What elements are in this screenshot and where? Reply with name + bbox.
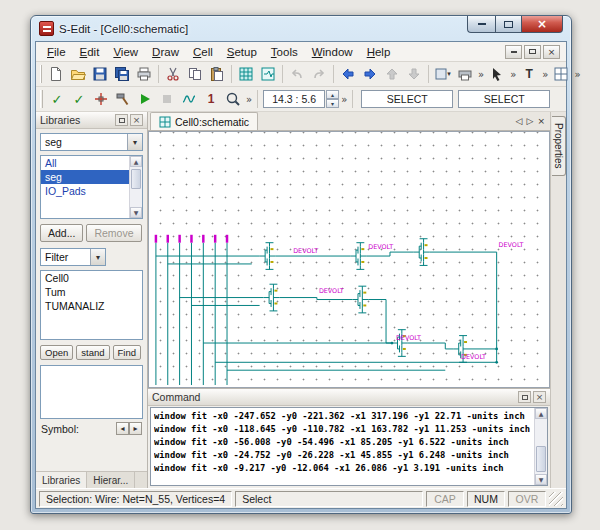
console-scrollbar[interactable]: ▲ ▼ xyxy=(534,408,547,485)
select-mode-right[interactable]: SELECT xyxy=(458,90,550,108)
symbol-browser-button[interactable] xyxy=(257,64,279,85)
copy-button[interactable] xyxy=(184,64,206,85)
menu-setup[interactable]: Setup xyxy=(220,44,264,60)
scrollbar-track[interactable] xyxy=(535,419,547,474)
probe-tool-button[interactable] xyxy=(90,89,112,110)
cell-list[interactable]: Cell0 Tum TUMANALIZ xyxy=(40,270,143,340)
overflow-chevron-icon[interactable]: » xyxy=(572,69,582,80)
command-panel-header[interactable]: Command × xyxy=(148,389,550,406)
menu-view[interactable]: View xyxy=(106,44,145,60)
title-bar[interactable]: S-Edit - [Cell0:schematic] × xyxy=(31,16,571,41)
setup-tools-button[interactable] xyxy=(112,89,134,110)
list-item-selected[interactable]: seg xyxy=(41,170,129,184)
close-panel-button[interactable]: × xyxy=(130,114,143,126)
list-item[interactable]: Cell0 xyxy=(41,271,142,285)
list-item[interactable]: Tum xyxy=(41,285,142,299)
open-cell-button[interactable]: Open xyxy=(40,345,73,360)
libraries-panel-header[interactable]: Libraries × xyxy=(36,112,147,129)
chevron-down-icon[interactable]: ▾ xyxy=(90,249,105,265)
library-combobox[interactable]: seg ▾ xyxy=(40,133,143,151)
scrollbar-thumb[interactable] xyxy=(536,446,546,472)
toolbar-grip[interactable] xyxy=(40,65,42,83)
mdi-minimize-button[interactable] xyxy=(505,45,522,59)
back-button[interactable] xyxy=(337,64,359,85)
float-panel-button[interactable] xyxy=(115,114,128,126)
overflow-chevron-icon[interactable]: » xyxy=(339,94,349,105)
mdi-restore-button[interactable] xyxy=(524,45,541,59)
scrollbar-track[interactable] xyxy=(130,167,142,207)
up-hierarchy-button[interactable] xyxy=(381,64,403,85)
tab-properties[interactable]: Properties xyxy=(552,116,566,176)
select-mode-left[interactable]: SELECT xyxy=(361,90,453,108)
list-item[interactable]: IO_Pads xyxy=(41,184,129,198)
save-button[interactable] xyxy=(89,64,111,85)
menu-tools[interactable]: Tools xyxy=(264,44,305,60)
menu-window[interactable]: Window xyxy=(305,44,360,60)
resize-grip[interactable] xyxy=(549,492,563,506)
tab-cell0-schematic[interactable]: Cell0:schematic xyxy=(150,112,258,130)
overflow-chevron-icon[interactable]: » xyxy=(244,94,254,105)
find-cell-button[interactable]: Find xyxy=(113,345,141,360)
forward-button[interactable] xyxy=(359,64,381,85)
spin-down-icon[interactable]: ▾ xyxy=(326,99,339,108)
check-design-button[interactable]: ✓ xyxy=(46,89,68,110)
close-button[interactable]: × xyxy=(522,16,563,33)
minimize-button[interactable] xyxy=(467,16,495,33)
tab-hierarchy[interactable]: Hierar... xyxy=(87,472,135,488)
tab-libraries[interactable]: Libraries xyxy=(36,472,87,488)
library-list[interactable]: All seg IO_Pads ▲ ▼ xyxy=(40,155,143,219)
down-hierarchy-button[interactable] xyxy=(403,64,425,85)
new-button[interactable] xyxy=(45,64,67,85)
scrollbar-thumb[interactable] xyxy=(131,169,141,189)
print-preview-button[interactable] xyxy=(454,64,476,85)
spin-up-icon[interactable]: ▴ xyxy=(326,90,339,99)
scroll-down-icon[interactable]: ▼ xyxy=(130,207,142,218)
redo-button[interactable] xyxy=(308,64,330,85)
close-document-icon[interactable]: × xyxy=(537,116,545,126)
zoom-tool-button[interactable] xyxy=(222,89,244,110)
mdi-close-button[interactable]: × xyxy=(543,45,560,59)
instance-button[interactable] xyxy=(235,64,257,85)
scroll-up-icon[interactable]: ▲ xyxy=(535,408,547,419)
overflow-chevron-icon[interactable]: » xyxy=(540,69,550,80)
prev-document-icon[interactable]: ◁ xyxy=(516,116,523,126)
list-item[interactable]: All xyxy=(41,156,129,170)
undo-button[interactable] xyxy=(286,64,308,85)
menu-draw[interactable]: Draw xyxy=(145,44,186,60)
instance-cell-button[interactable]: stand xyxy=(76,345,109,360)
waveform-button[interactable] xyxy=(178,89,200,110)
close-panel-button[interactable]: × xyxy=(533,391,546,403)
cut-button[interactable] xyxy=(162,64,184,85)
pointer-tool-button[interactable] xyxy=(486,64,508,85)
check-all-button[interactable]: ✓ xyxy=(68,89,90,110)
view-options-button[interactable]: ▾ xyxy=(432,64,454,85)
grid-tool-button[interactable] xyxy=(550,64,572,85)
float-panel-button[interactable] xyxy=(518,391,531,403)
trace-one-button[interactable]: 1 xyxy=(200,89,222,110)
maximize-button[interactable] xyxy=(495,16,522,33)
scroll-down-icon[interactable]: ▼ xyxy=(535,474,547,485)
overflow-chevron-icon[interactable]: » xyxy=(476,69,486,80)
scroll-up-icon[interactable]: ▲ xyxy=(130,156,142,167)
run-simulation-button[interactable] xyxy=(134,89,156,110)
remove-library-button[interactable]: Remove xyxy=(86,224,141,242)
menu-edit[interactable]: Edit xyxy=(73,44,107,60)
add-library-button[interactable]: Add... xyxy=(40,224,83,242)
save-all-button[interactable] xyxy=(111,64,133,85)
text-tool-button[interactable]: T xyxy=(518,64,540,85)
stop-simulation-button[interactable] xyxy=(156,89,178,110)
paste-button[interactable] xyxy=(206,64,228,85)
print-button[interactable] xyxy=(133,64,155,85)
menu-cell[interactable]: Cell xyxy=(186,44,220,60)
overflow-chevron-icon[interactable]: » xyxy=(508,69,518,80)
menu-file[interactable]: File xyxy=(40,44,73,60)
filter-combobox[interactable]: Filter ▾ xyxy=(40,248,106,266)
app-logo-icon[interactable] xyxy=(39,21,54,36)
toolbar-grip[interactable] xyxy=(40,90,43,108)
open-button[interactable] xyxy=(67,64,89,85)
next-document-icon[interactable]: ▷ xyxy=(527,116,534,126)
prev-symbol-icon[interactable]: ◂ xyxy=(116,422,129,435)
schematic-canvas[interactable]: DEVOLT DEVOLT DEVOLT DEVOLT DEVOLT DEVOL… xyxy=(148,131,550,388)
next-symbol-icon[interactable]: ▸ xyxy=(129,422,142,435)
list-item[interactable]: TUMANALIZ xyxy=(41,299,142,313)
